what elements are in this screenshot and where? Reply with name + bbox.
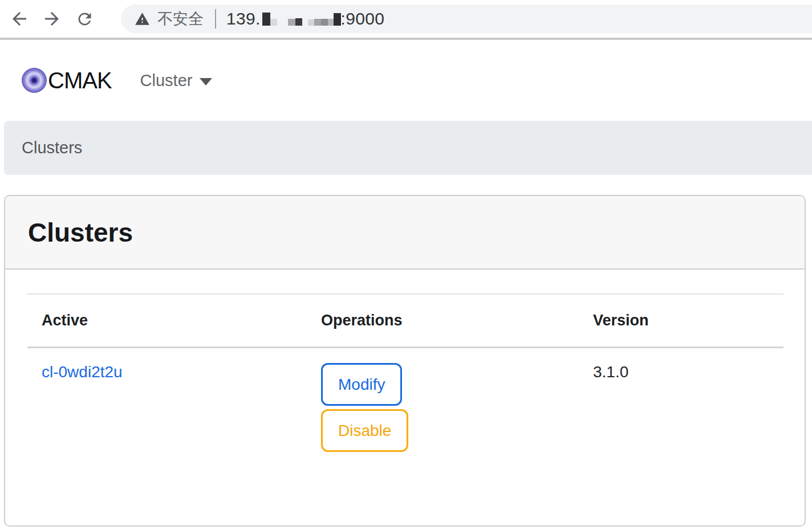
brand-link[interactable]: CMAK [22,68,112,93]
version-cell: 3.1.0 [579,348,783,456]
redacted-block [308,19,314,26]
chrome-divider [0,38,812,40]
page-title: Clusters [28,217,133,248]
redacted-block [295,18,302,26]
breadcrumb: Clusters [4,121,812,175]
forward-button[interactable] [41,8,63,30]
redacted-block [328,19,334,26]
forward-icon [42,9,62,29]
clusters-panel: Clusters Active Operations Version cl-0w… [4,195,806,527]
redacted-block [262,13,270,26]
caret-down-icon [200,78,212,85]
url-redacted-segment [261,12,341,26]
address-bar[interactable]: 不安全 139. :9000 [121,5,812,33]
redacted-block [314,19,321,26]
app-navbar: CMAK Cluster [22,67,212,94]
site-info-button[interactable]: 不安全 [135,9,204,29]
back-button[interactable] [9,8,30,30]
column-header-version: Version [579,294,783,348]
browser-toolbar: 不安全 139. :9000 [0,0,812,38]
operations-cell: Modify Disable [307,348,579,456]
warning-icon [135,11,150,27]
panel-header: Clusters [5,196,805,270]
modify-button[interactable]: Modify [321,363,402,406]
reload-icon [75,10,94,28]
breadcrumb-item-clusters: Clusters [22,138,82,157]
redacted-block [270,19,277,26]
address-divider [215,9,216,28]
active-cell: cl-0wdi2t2u [27,348,307,456]
disable-button[interactable]: Disable [321,409,408,452]
back-icon [9,9,30,29]
cluster-menu-label: Cluster [140,71,193,90]
cluster-link[interactable]: cl-0wdi2t2u [42,363,123,381]
redacted-block [288,19,295,26]
column-header-operations: Operations [307,294,579,348]
brand-text: CMAK [48,68,112,93]
security-label: 不安全 [157,9,204,29]
redacted-block [334,13,341,26]
url-text: 139. :9000 [226,9,384,28]
clusters-table: Active Operations Version cl-0wdi2t2u Mo… [27,293,783,455]
reload-button[interactable] [74,8,95,30]
panel-body: Active Operations Version cl-0wdi2t2u Mo… [5,270,805,455]
redacted-block [321,19,328,26]
table-header-row: Active Operations Version [27,294,783,348]
table-row: cl-0wdi2t2u Modify Disable 3.1.0 [27,348,783,456]
cmak-logo-icon [22,68,47,93]
column-header-active: Active [27,294,307,348]
url-prefix: 139. [226,9,261,28]
url-suffix: :9000 [341,9,385,28]
cluster-menu[interactable]: Cluster [140,71,213,90]
